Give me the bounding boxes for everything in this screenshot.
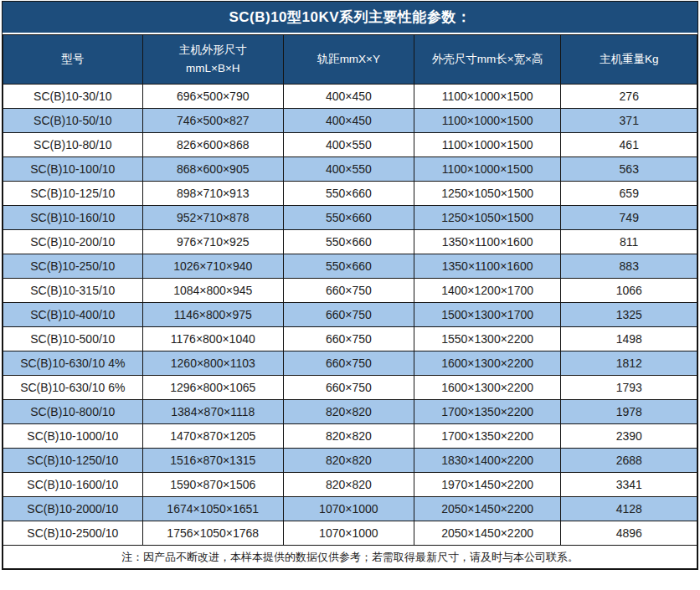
table-cell: 660×750	[283, 279, 414, 303]
table-cell: 563	[561, 157, 697, 182]
table-cell: 1084×800×945	[142, 279, 283, 303]
table-cell: 1100×1000×1500	[414, 109, 561, 133]
table-row: SC(B)10-2000/101674×1050×16511070×100020…	[3, 497, 697, 521]
table-cell: 976×710×925	[142, 230, 283, 254]
table-cell: SC(B)10-800/10	[3, 400, 143, 424]
table-cell: 696×500×790	[142, 85, 283, 109]
table-cell: 820×820	[283, 400, 414, 424]
table-cell: 1176×800×1040	[142, 327, 283, 351]
table-cell: SC(B)10-1000/10	[3, 424, 143, 449]
table-cell: 400×550	[283, 133, 414, 157]
table-cell: SC(B)10-630/10 4%	[3, 351, 143, 376]
table-row: SC(B)10-160/10952×710×878550×6601250×105…	[3, 206, 697, 230]
table-cell: 1674×1050×1651	[142, 497, 283, 521]
table-cell: 276	[561, 85, 697, 109]
table-cell: 749	[561, 206, 697, 230]
table-footer: 注：因产品不断改进，本样本提供的数据仅供参考；若需取得最新尺寸，请及时与本公司联…	[3, 546, 697, 569]
table-cell: 1325	[561, 303, 697, 327]
table-cell: 1500×1300×1700	[414, 303, 561, 327]
table-cell: 2050×1450×2200	[414, 521, 561, 546]
table-cell: 1700×1350×2200	[414, 424, 561, 449]
table-row: SC(B)10-50/10746×500×827400×4501100×1000…	[3, 109, 697, 133]
table-cell: SC(B)10-400/10	[3, 303, 143, 327]
table-cell: 2390	[561, 424, 697, 449]
table-cell: SC(B)10-315/10	[3, 279, 143, 303]
header-row: 型号 主机外形尺寸 mmL×B×H 轨距mmX×Y 外壳尺寸mm长×宽×高 主机…	[3, 35, 697, 85]
table-cell: 1350×1100×1600	[414, 230, 561, 254]
table-cell: 1830×1400×2200	[414, 449, 561, 473]
table-cell: 1970×1450×2200	[414, 473, 561, 497]
table-cell: 746×500×827	[142, 109, 283, 133]
table-cell: 1700×1350×2200	[414, 400, 561, 424]
table-row: SC(B)10-80/10826×600×868400×5501100×1000…	[3, 133, 697, 157]
table-cell: SC(B)10-1250/10	[3, 449, 143, 473]
table-row: SC(B)10-125/10898×710×913550×6601250×105…	[3, 182, 697, 206]
table-cell: 1756×1050×1768	[142, 521, 283, 546]
table-cell: 1250×1050×1500	[414, 206, 561, 230]
table-cell: 1100×1000×1500	[414, 157, 561, 182]
table-cell: 2688	[561, 449, 697, 473]
table-cell: 550×660	[283, 254, 414, 279]
table-cell: 1550×1300×2200	[414, 327, 561, 351]
table-cell: SC(B)10-50/10	[3, 109, 143, 133]
table-row: SC(B)10-1250/101516×870×1315820×8201830×…	[3, 449, 697, 473]
table-cell: 1384×870×1118	[142, 400, 283, 424]
table-row: SC(B)10-630/10 4%1260×800×1103660×750160…	[3, 351, 697, 376]
table-cell: 826×600×868	[142, 133, 283, 157]
table-cell: 1470×870×1205	[142, 424, 283, 449]
table-cell: 371	[561, 109, 697, 133]
table-body: SC(B)10-30/10696×500×790400×4501100×1000…	[3, 85, 697, 546]
table-cell: 952×710×878	[142, 206, 283, 230]
table-row: SC(B)10-200/10976×710×925550×6601350×110…	[3, 230, 697, 254]
spec-table: 型号 主机外形尺寸 mmL×B×H 轨距mmX×Y 外壳尺寸mm长×宽×高 主机…	[3, 34, 697, 569]
table-cell: 1146×800×975	[142, 303, 283, 327]
table-cell: SC(B)10-250/10	[3, 254, 143, 279]
column-header-unit-weight: 主机重量Kg	[561, 35, 697, 85]
table-cell: 1793	[561, 376, 697, 400]
table-cell: 660×750	[283, 327, 414, 351]
table-cell: 1100×1000×1500	[414, 133, 561, 157]
table-cell: 400×550	[283, 157, 414, 182]
table-cell: 660×750	[283, 376, 414, 400]
table-cell: SC(B)10-80/10	[3, 133, 143, 157]
table-cell: 660×750	[283, 303, 414, 327]
table-cell: 1600×1300×2200	[414, 376, 561, 400]
table-cell: SC(B)10-30/10	[3, 85, 143, 109]
table-cell: 1070×1000	[283, 521, 414, 546]
table-cell: 550×660	[283, 230, 414, 254]
table-cell: 659	[561, 182, 697, 206]
table-cell: 898×710×913	[142, 182, 283, 206]
table-cell: SC(B)10-2000/10	[3, 497, 143, 521]
footnote-row: 注：因产品不断改进，本样本提供的数据仅供参考；若需取得最新尺寸，请及时与本公司联…	[3, 546, 697, 569]
table-row: SC(B)10-30/10696×500×790400×4501100×1000…	[3, 85, 697, 109]
column-header-model: 型号	[3, 35, 143, 85]
table-cell: 660×750	[283, 351, 414, 376]
column-header-enclosure-dimensions: 外壳尺寸mm长×宽×高	[414, 35, 561, 85]
table-cell: 4896	[561, 521, 697, 546]
table-cell: SC(B)10-500/10	[3, 327, 143, 351]
table-row: SC(B)10-1600/101590×870×1506820×8201970×…	[3, 473, 697, 497]
table-cell: SC(B)10-630/10 6%	[3, 376, 143, 400]
table-cell: 820×820	[283, 473, 414, 497]
table-cell: 2050×1450×2200	[414, 497, 561, 521]
table-row: SC(B)10-1000/101470×870×1205820×8201700×…	[3, 424, 697, 449]
table-cell: 1260×800×1103	[142, 351, 283, 376]
table-cell: 820×820	[283, 424, 414, 449]
table-cell: SC(B)10-160/10	[3, 206, 143, 230]
table-row: SC(B)10-400/101146×800×975660×7501500×13…	[3, 303, 697, 327]
table-header: 型号 主机外形尺寸 mmL×B×H 轨距mmX×Y 外壳尺寸mm长×宽×高 主机…	[3, 35, 697, 85]
page-title: SC(B)10型10KV系列主要性能参数：	[3, 2, 697, 34]
table-cell: 1070×1000	[283, 497, 414, 521]
table-row: SC(B)10-800/101384×870×1118820×8201700×1…	[3, 400, 697, 424]
table-cell: 461	[561, 133, 697, 157]
table-row: SC(B)10-2500/101756×1050×17681070×100020…	[3, 521, 697, 546]
table-cell: 4128	[561, 497, 697, 521]
footnote: 注：因产品不断改进，本样本提供的数据仅供参考；若需取得最新尺寸，请及时与本公司联…	[3, 546, 697, 569]
column-header-label: 轨距mmX×Y	[284, 50, 414, 69]
column-header-label: 主机重量Kg	[561, 50, 697, 69]
table-row: SC(B)10-100/10868×600×905400×5501100×100…	[3, 157, 697, 182]
table-cell: 1812	[561, 351, 697, 376]
table-cell: 1350×1100×1600	[414, 254, 561, 279]
table-row: SC(B)10-500/101176×800×1040660×7501550×1…	[3, 327, 697, 351]
table-cell: 550×660	[283, 182, 414, 206]
